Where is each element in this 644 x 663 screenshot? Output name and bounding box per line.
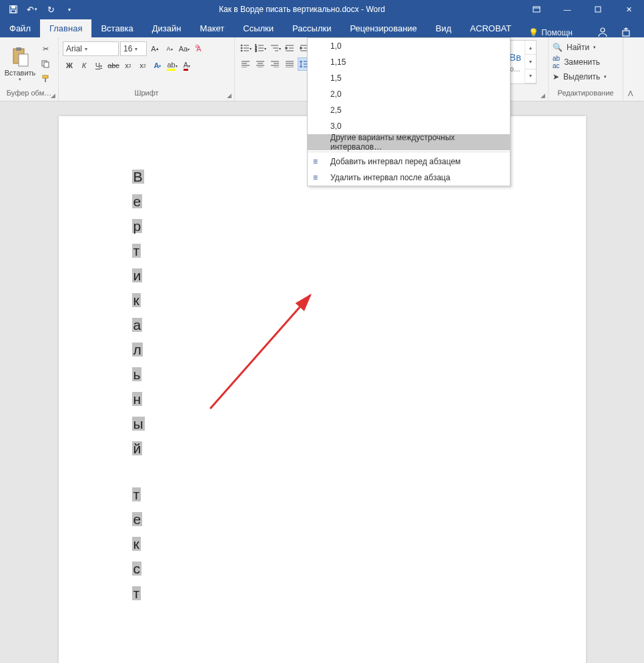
svg-rect-5 xyxy=(595,7,601,12)
cursor-icon: ➤ xyxy=(553,72,559,81)
bullets-button[interactable]: ▾ xyxy=(239,41,252,55)
tab-mailings[interactable]: Рассылки xyxy=(283,19,340,37)
group-clipboard: Вставить ▾ ✂ Буфер обм… ◢ xyxy=(0,37,59,101)
superscript-button[interactable]: x2 xyxy=(136,59,149,72)
font-size-combo[interactable]: 16▾ xyxy=(120,41,147,56)
tab-file[interactable]: Файл xyxy=(0,19,40,37)
window-controls: — ✕ xyxy=(521,0,644,19)
document-title: Как в Ворде писать вертикально.docx - Wo… xyxy=(83,5,521,14)
group-editing: 🔍Найти▾ abacЗаменить ➤Выделить▾ Редактир… xyxy=(549,37,623,101)
title-bar: ↶▾ ↻ ▾ Как в Ворде писать вертикально.do… xyxy=(0,0,644,19)
multilevel-list-button[interactable]: ▾ xyxy=(268,41,282,55)
svg-rect-2 xyxy=(11,10,16,13)
numbering-button[interactable]: 123▾ xyxy=(254,41,267,55)
spacing-option-1.5[interactable]: 1,5 xyxy=(308,70,510,86)
tab-home[interactable]: Главная xyxy=(40,19,91,37)
svg-rect-9 xyxy=(16,47,21,51)
collapse-ribbon-button[interactable]: ᐱ xyxy=(623,37,638,101)
highlight-button[interactable]: ab▾ xyxy=(166,59,179,72)
align-center-button[interactable] xyxy=(254,57,267,71)
group-label-font: Шрифт xyxy=(63,89,230,101)
spacing-option-1.15[interactable]: 1,15 xyxy=(308,54,510,70)
svg-text:3: 3 xyxy=(255,49,257,52)
spacing-option-3.0[interactable]: 3,0 xyxy=(308,118,510,134)
vertical-word-2: т е к с т xyxy=(132,487,586,611)
select-button[interactable]: ➤Выделить▾ xyxy=(553,72,607,81)
change-case-button[interactable]: Aa▾ xyxy=(178,42,191,55)
subscript-button[interactable]: x2 xyxy=(121,59,135,72)
paste-icon xyxy=(9,46,31,67)
svg-rect-14 xyxy=(45,78,46,82)
quick-access-toolbar: ↶▾ ↻ ▾ xyxy=(0,1,83,17)
clear-formatting-button[interactable]: A⊘ xyxy=(192,42,206,55)
clipboard-dialog-launcher[interactable]: ◢ xyxy=(49,91,57,99)
maximize-button[interactable] xyxy=(583,0,613,19)
underline-button[interactable]: Ч▾ xyxy=(92,59,105,72)
text-effects-button[interactable]: A▾ xyxy=(151,59,164,72)
undo-button[interactable]: ↶▾ xyxy=(24,1,40,17)
align-right-button[interactable] xyxy=(268,57,282,71)
tab-references[interactable]: Ссылки xyxy=(234,19,283,37)
page: В е р т и к а л ь н ы й т е к с т xyxy=(59,116,586,663)
justify-button[interactable] xyxy=(283,57,296,71)
tab-view[interactable]: Вид xyxy=(426,19,461,37)
svg-point-6 xyxy=(601,28,605,32)
tell-me[interactable]: 💡Помощн xyxy=(521,28,581,37)
search-icon: 🔍 xyxy=(553,43,563,52)
tab-review[interactable]: Рецензирование xyxy=(340,19,426,37)
font-dialog-launcher[interactable]: ◢ xyxy=(225,91,233,99)
svg-rect-10 xyxy=(19,54,28,66)
align-left-button[interactable] xyxy=(239,57,252,71)
svg-rect-7 xyxy=(623,31,629,36)
chevron-down-icon: ▾ xyxy=(19,77,21,82)
account-icon[interactable] xyxy=(597,27,608,37)
save-button[interactable] xyxy=(5,1,21,17)
share-button[interactable] xyxy=(621,27,632,37)
spacing-more-options[interactable]: Другие варианты междустрочных интервалов… xyxy=(308,134,510,150)
tab-layout[interactable]: Макет xyxy=(190,19,234,37)
tab-acrobat[interactable]: ACROBAT xyxy=(460,19,521,37)
group-font: Arial▾ 16▾ A▴ A▾ Aa▾ A⊘ Ж К Ч▾ abc x2 x2… xyxy=(59,37,235,101)
svg-point-19 xyxy=(241,50,242,51)
spacing-option-1.0[interactable]: 1,0 xyxy=(308,38,510,54)
add-space-before[interactable]: ≡Добавить интервал перед абзацем xyxy=(308,154,510,170)
qat-customize-button[interactable]: ▾ xyxy=(61,1,77,17)
svg-point-15 xyxy=(241,45,242,46)
svg-rect-12 xyxy=(44,62,49,67)
font-name-combo[interactable]: Arial▾ xyxy=(63,41,119,56)
format-painter-button[interactable] xyxy=(39,72,52,85)
cut-button[interactable]: ✂ xyxy=(39,43,52,56)
close-button[interactable]: ✕ xyxy=(613,0,644,19)
styles-scroll[interactable]: ▴▾▾ xyxy=(525,41,536,83)
decrease-indent-button[interactable] xyxy=(283,41,296,55)
paste-button[interactable]: Вставить ▾ xyxy=(4,39,36,89)
find-button[interactable]: 🔍Найти▾ xyxy=(553,43,607,52)
tabbar-right xyxy=(597,27,644,37)
tab-insert[interactable]: Вставка xyxy=(91,19,142,37)
minimize-button[interactable]: — xyxy=(552,0,583,19)
chevron-down-icon: ▾ xyxy=(135,46,137,52)
italic-button[interactable]: К xyxy=(77,59,91,72)
grow-font-button[interactable]: A▴ xyxy=(148,42,162,55)
space-after-icon: ≡ xyxy=(313,173,318,182)
replace-button[interactable]: abacЗаменить xyxy=(553,55,607,69)
ribbon-display-options-button[interactable] xyxy=(521,0,552,19)
svg-rect-3 xyxy=(533,7,540,12)
line-spacing-dropdown: 1,0 1,15 1,5 2,0 2,5 3,0 Другие варианты… xyxy=(307,37,511,186)
redo-button[interactable]: ↻ xyxy=(43,1,59,17)
ribbon: Вставить ▾ ✂ Буфер обм… ◢ Arial▾ 16▾ A▴ … xyxy=(0,37,644,101)
svg-rect-1 xyxy=(11,6,15,9)
shrink-font-button[interactable]: A▾ xyxy=(163,42,176,55)
copy-button[interactable] xyxy=(39,57,52,71)
space-before-icon: ≡ xyxy=(313,157,318,166)
bold-button[interactable]: Ж xyxy=(63,59,76,72)
strikethrough-button[interactable]: abc xyxy=(107,59,120,72)
remove-space-after[interactable]: ≡Удалить интервал после абзаца xyxy=(308,170,510,186)
svg-rect-13 xyxy=(43,75,48,78)
spacing-option-2.5[interactable]: 2,5 xyxy=(308,102,510,118)
styles-dialog-launcher[interactable]: ◢ xyxy=(539,91,547,99)
spacing-option-2.0[interactable]: 2,0 xyxy=(308,86,510,102)
font-color-button[interactable]: A▾ xyxy=(180,59,194,72)
tab-design[interactable]: Дизайн xyxy=(143,19,191,37)
chevron-down-icon: ▾ xyxy=(85,46,87,52)
